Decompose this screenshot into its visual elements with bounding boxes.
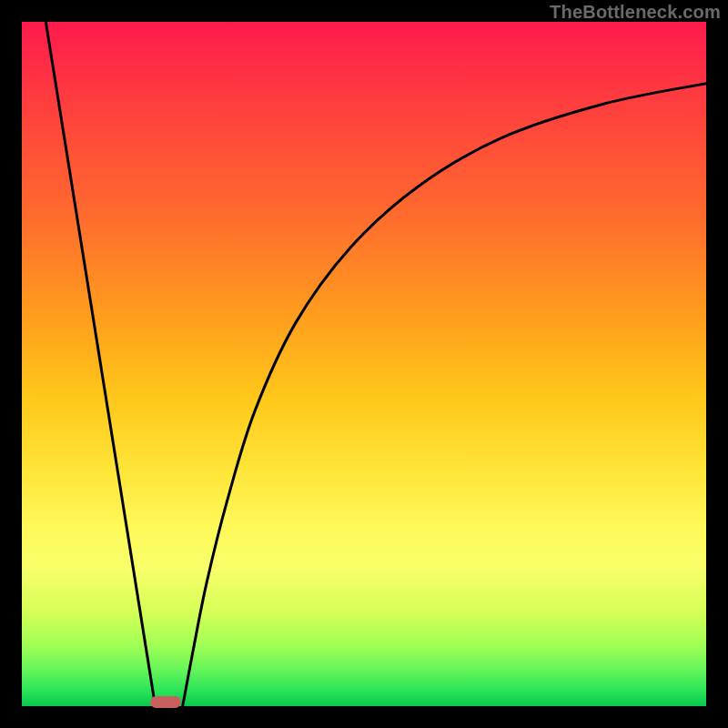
bottom-marker <box>150 696 181 707</box>
watermark-text: TheBottleneck.com <box>550 2 721 23</box>
plot-area <box>22 22 706 706</box>
left-line-path <box>46 22 155 706</box>
right-curve-path <box>183 84 706 706</box>
chart-frame: TheBottleneck.com <box>0 0 728 728</box>
curve-layer <box>22 22 706 706</box>
